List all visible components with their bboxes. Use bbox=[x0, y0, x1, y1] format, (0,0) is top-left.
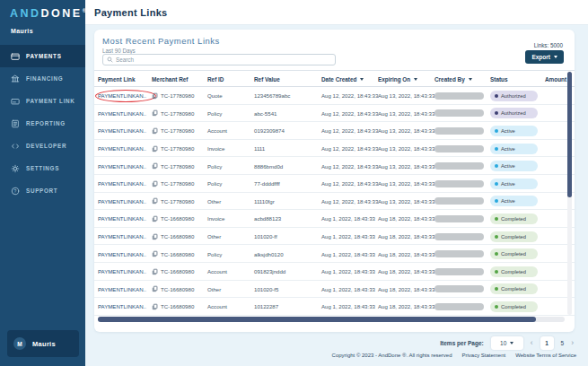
vertical-scrollbar[interactable] bbox=[567, 72, 572, 315]
copy-icon[interactable] bbox=[152, 109, 158, 117]
cell-expiring-on: Aug 13, 2022, 18:43:33 bbox=[378, 140, 434, 158]
cell-payment-link[interactable]: PAYMENTLINKAN.. bbox=[98, 140, 146, 158]
sort-caret-icon[interactable] bbox=[414, 78, 417, 81]
table-row: PAYMENTLINKAN..TC-17780980Policyabc-5541… bbox=[94, 105, 575, 123]
cell-payment-link[interactable]: PAYMENTLINKAN.. bbox=[98, 175, 146, 193]
status-dot bbox=[495, 270, 498, 274]
copy-icon[interactable] bbox=[152, 233, 158, 240]
cell-status: Active bbox=[490, 157, 538, 175]
created-by-redacted-pill bbox=[434, 109, 484, 117]
cell-merchant-ref: TC-16680980 bbox=[152, 263, 194, 281]
created-by-redacted-pill bbox=[434, 268, 484, 275]
copy-icon[interactable] bbox=[152, 197, 158, 205]
items-per-page-select[interactable]: 10 bbox=[491, 336, 523, 350]
cell-payment-link[interactable]: PAYMENTLINKAN.. bbox=[98, 228, 146, 246]
cell-payment-link[interactable]: PAYMENTLINKAN.. bbox=[98, 193, 146, 211]
search-input[interactable] bbox=[116, 57, 331, 63]
column-header-created-by[interactable]: Created By bbox=[434, 71, 472, 88]
status-dot bbox=[495, 182, 498, 186]
last-page[interactable]: 5 bbox=[561, 340, 565, 346]
copy-icon[interactable] bbox=[152, 268, 158, 275]
cell-payment-link[interactable]: PAYMENTLINKAN.. bbox=[98, 87, 146, 105]
cell-date-created: Aug 1, 2022, 18:43:33 bbox=[321, 263, 375, 281]
copy-icon[interactable] bbox=[152, 303, 158, 310]
user-name: Mauris bbox=[32, 340, 56, 348]
cell-created-by bbox=[434, 245, 484, 263]
prev-page-button[interactable]: ‹ bbox=[531, 338, 533, 347]
sidebar-menu: PAYMENTSFINANCINGPAYMENT LINKREPORTINGDE… bbox=[0, 45, 85, 202]
cell-ref-id: Quote bbox=[207, 87, 223, 105]
copy-icon[interactable] bbox=[152, 180, 158, 187]
cell-ref-value: 091823jnddd bbox=[254, 263, 285, 281]
created-by-redacted-pill bbox=[434, 127, 484, 135]
cell-ref-id: Account bbox=[207, 298, 227, 316]
sidebar-item-financing[interactable]: FINANCING bbox=[0, 67, 85, 90]
status-badge: Completed bbox=[490, 283, 538, 294]
status-dot bbox=[495, 147, 498, 151]
copy-icon[interactable] bbox=[152, 162, 158, 170]
table-row: PAYMENTLINKAN..TC-16680980Policyalksjdh0… bbox=[94, 245, 575, 263]
column-header-payment-link: Payment Link bbox=[98, 71, 136, 88]
created-by-redacted-pill bbox=[434, 92, 484, 100]
cell-ref-id: Account bbox=[207, 122, 227, 140]
column-header-date-created[interactable]: Date Created bbox=[321, 71, 364, 88]
cell-payment-link[interactable]: PAYMENTLINKAN.. bbox=[98, 122, 146, 140]
horizontal-scrollbar[interactable] bbox=[98, 317, 565, 322]
cell-expiring-on: Aug 13, 2022, 18:43:33 bbox=[378, 157, 434, 175]
support-icon: ? bbox=[11, 187, 20, 196]
status-badge: Completed bbox=[490, 266, 538, 277]
cell-ref-value: 101020-f5 bbox=[254, 281, 278, 299]
cell-payment-link[interactable]: PAYMENTLINKAN.. bbox=[98, 281, 146, 299]
sidebar-item-payments[interactable]: PAYMENTS bbox=[0, 45, 85, 67]
current-page[interactable]: 1 bbox=[540, 336, 554, 350]
export-button[interactable]: Export bbox=[525, 50, 564, 64]
status-badge: Authorized bbox=[490, 108, 538, 118]
cell-created-by bbox=[434, 175, 484, 193]
status-badge: Active bbox=[490, 179, 538, 189]
created-by-redacted-pill bbox=[434, 162, 484, 170]
horizontal-scrollbar-thumb[interactable] bbox=[98, 317, 536, 322]
created-by-redacted-pill bbox=[434, 180, 484, 187]
cell-expiring-on: Aug 13, 2022, 18:43:33 bbox=[378, 193, 434, 211]
sidebar-item-support[interactable]: ?SUPPORT bbox=[0, 179, 85, 202]
user-profile[interactable]: M Mauris bbox=[7, 330, 79, 357]
cell-created-by bbox=[434, 157, 484, 175]
status-dot bbox=[495, 235, 498, 239]
sidebar-item-settings[interactable]: SETTINGS bbox=[0, 157, 85, 179]
sort-caret-icon[interactable] bbox=[469, 78, 472, 81]
sidebar-item-payment-link[interactable]: PAYMENT LINK bbox=[0, 90, 85, 112]
copy-icon[interactable] bbox=[152, 92, 158, 100]
cell-ref-id: Policy bbox=[207, 175, 222, 193]
cell-expiring-on: Aug 18, 2022, 18:43:33 bbox=[378, 263, 434, 281]
cell-payment-link[interactable]: PAYMENTLINKAN.. bbox=[98, 263, 146, 281]
cell-payment-link[interactable]: PAYMENTLINKAN.. bbox=[98, 245, 146, 263]
cell-payment-link[interactable]: PAYMENTLINKAN.. bbox=[98, 298, 146, 316]
copy-icon[interactable] bbox=[152, 285, 158, 292]
table-row: PAYMENTLINKAN..TC-17780980Policy8886bmd0… bbox=[94, 157, 575, 175]
next-page-button[interactable]: › bbox=[571, 338, 574, 347]
status-badge: Completed bbox=[490, 248, 538, 259]
vertical-scrollbar-thumb[interactable] bbox=[567, 72, 572, 197]
sidebar-item-developer[interactable]: DEVELOPER bbox=[0, 135, 85, 157]
terms-of-service-link[interactable]: Website Terms of Service bbox=[515, 353, 576, 358]
privacy-statement-link[interactable]: Privacy Statement bbox=[462, 353, 506, 358]
sidebar-item-reporting[interactable]: REPORTING bbox=[0, 112, 85, 135]
cell-expiring-on: Aug 13, 2022, 18:43:33 bbox=[378, 87, 434, 105]
copy-icon[interactable] bbox=[152, 145, 158, 152]
cell-date-created: Aug 12, 2022, 18:43:33 bbox=[321, 193, 378, 211]
cell-payment-link[interactable]: PAYMENTLINKAN.. bbox=[98, 105, 146, 123]
copy-icon[interactable] bbox=[152, 250, 158, 257]
cell-ref-value: abc-5541 bbox=[254, 105, 276, 123]
copy-icon[interactable] bbox=[152, 127, 158, 135]
cell-payment-link[interactable]: PAYMENTLINKAN.. bbox=[98, 157, 146, 175]
cell-date-created: Aug 1, 2022, 18:43:33 bbox=[321, 281, 375, 299]
cell-date-created: Aug 1, 2022, 18:43:33 bbox=[321, 228, 375, 246]
cell-expiring-on: Aug 18, 2022, 18:43:33 bbox=[378, 298, 434, 316]
cell-merchant-ref: TC-16680980 bbox=[152, 245, 194, 263]
column-header-expiring-on[interactable]: Expiring On bbox=[378, 71, 417, 88]
sort-caret-icon[interactable] bbox=[360, 78, 364, 81]
cell-payment-link[interactable]: PAYMENTLINKAN.. bbox=[98, 210, 146, 228]
copy-icon[interactable] bbox=[152, 215, 158, 222]
page-header: Payment Links bbox=[85, 0, 588, 25]
cell-merchant-ref: TC-16680980 bbox=[152, 281, 194, 299]
